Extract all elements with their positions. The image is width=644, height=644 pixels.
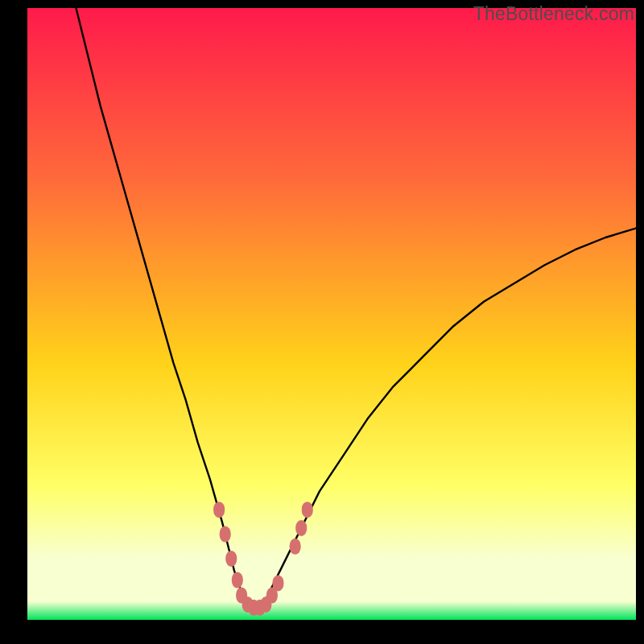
gradient-background <box>27 8 636 620</box>
chart-frame: TheBottleneck.com <box>0 0 644 644</box>
data-marker <box>225 551 237 567</box>
data-marker <box>232 572 243 588</box>
watermark-text: TheBottleneck.com <box>473 3 634 25</box>
data-marker <box>295 520 307 536</box>
data-marker <box>302 502 313 518</box>
data-marker <box>220 526 231 543</box>
chart-plot <box>27 8 636 620</box>
data-marker <box>290 539 301 555</box>
data-marker <box>213 502 225 518</box>
data-marker <box>272 575 283 591</box>
